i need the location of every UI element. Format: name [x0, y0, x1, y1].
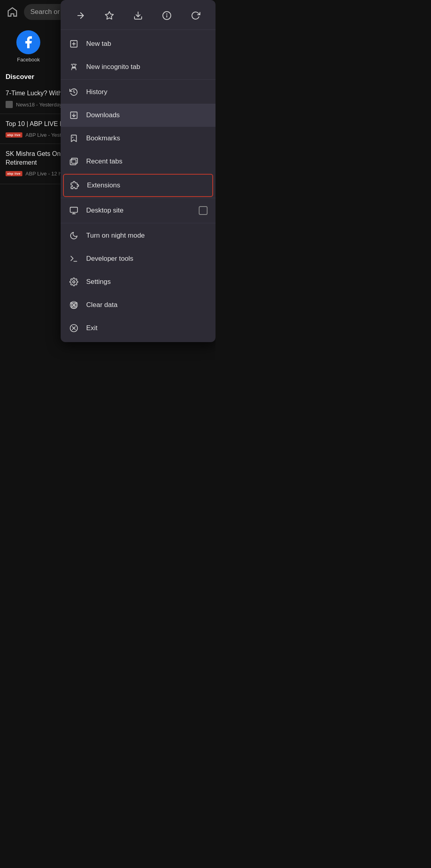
downloads-icon — [69, 110, 79, 120]
exit-label: Exit — [86, 324, 208, 332]
page-info-button[interactable] — [158, 7, 175, 24]
svg-line-21 — [76, 64, 77, 65]
facebook-icon — [16, 30, 40, 54]
recent-tabs-icon — [69, 156, 79, 167]
abp-badge-3: abp live — [6, 171, 22, 176]
clear-data-icon — [69, 300, 79, 310]
source-icon-1 — [6, 101, 13, 108]
separator-2 — [61, 198, 216, 198]
forward-button[interactable] — [72, 7, 89, 24]
download-page-button[interactable] — [130, 7, 146, 24]
menu-item-dev-tools[interactable]: Developer tools — [61, 247, 216, 270]
home-button[interactable] — [5, 4, 20, 20]
menu-item-extensions[interactable]: Extensions — [63, 174, 213, 197]
abp-badge-2: abp live — [6, 132, 22, 138]
separator-1 — [61, 79, 216, 80]
bookmark-button[interactable] — [101, 7, 118, 24]
clear-data-label: Clear data — [86, 301, 208, 309]
menu-item-recent-tabs[interactable]: Recent tabs — [61, 150, 216, 173]
new-tab-label: New tab — [86, 40, 208, 48]
desktop-site-icon — [69, 205, 79, 216]
separator-3 — [61, 223, 216, 223]
svg-line-20 — [71, 64, 72, 65]
developer-tools-icon — [69, 254, 79, 264]
incognito-icon — [69, 62, 79, 72]
exit-icon — [69, 323, 79, 333]
svg-point-34 — [73, 281, 75, 283]
new-tab-icon — [69, 39, 79, 49]
recent-tabs-label: Recent tabs — [86, 157, 208, 165]
menu-item-incognito[interactable]: New incognito tab — [61, 55, 216, 79]
svg-line-23 — [74, 92, 75, 93]
menu-item-bookmarks[interactable]: Bookmarks — [61, 127, 216, 150]
svg-rect-29 — [72, 158, 78, 163]
svg-rect-27 — [70, 159, 76, 165]
settings-icon — [69, 277, 79, 287]
news-source-1: News18 - Yesterday — [16, 102, 62, 108]
menu-item-history[interactable]: History — [61, 81, 216, 104]
facebook-label: Facebook — [17, 57, 40, 63]
refresh-button[interactable] — [187, 7, 204, 24]
menu-item-desktop-site[interactable]: Desktop site — [61, 199, 216, 222]
bookmarks-icon — [69, 133, 79, 144]
context-menu: New tab New incognito tab History — [61, 0, 216, 342]
menu-item-settings[interactable]: Settings — [61, 270, 216, 293]
developer-tools-label: Developer tools — [86, 255, 208, 263]
history-icon — [69, 87, 79, 97]
shortcut-facebook[interactable]: Facebook — [4, 30, 53, 63]
desktop-site-label: Desktop site — [86, 207, 192, 215]
menu-item-clear-data[interactable]: Clear data — [61, 293, 216, 317]
menu-list: New tab New incognito tab History — [61, 30, 216, 342]
night-mode-label: Turn on night mode — [86, 232, 208, 240]
incognito-label: New incognito tab — [86, 63, 208, 71]
menu-item-exit[interactable]: Exit — [61, 317, 216, 340]
night-mode-icon — [69, 230, 79, 241]
svg-rect-30 — [70, 207, 77, 213]
menu-item-downloads[interactable]: Downloads — [61, 104, 216, 127]
history-label: History — [86, 88, 208, 96]
menu-item-new-tab[interactable]: New tab — [61, 32, 216, 55]
extensions-label: Extensions — [87, 181, 207, 189]
bookmarks-label: Bookmarks — [86, 134, 208, 142]
menu-item-night-mode[interactable]: Turn on night mode — [61, 224, 216, 247]
extensions-icon — [69, 180, 80, 191]
svg-point-19 — [72, 64, 75, 67]
desktop-site-checkbox[interactable] — [199, 206, 208, 215]
settings-label: Settings — [86, 278, 208, 286]
svg-marker-11 — [105, 12, 113, 19]
downloads-label: Downloads — [86, 111, 208, 119]
menu-toolbar — [61, 0, 216, 30]
